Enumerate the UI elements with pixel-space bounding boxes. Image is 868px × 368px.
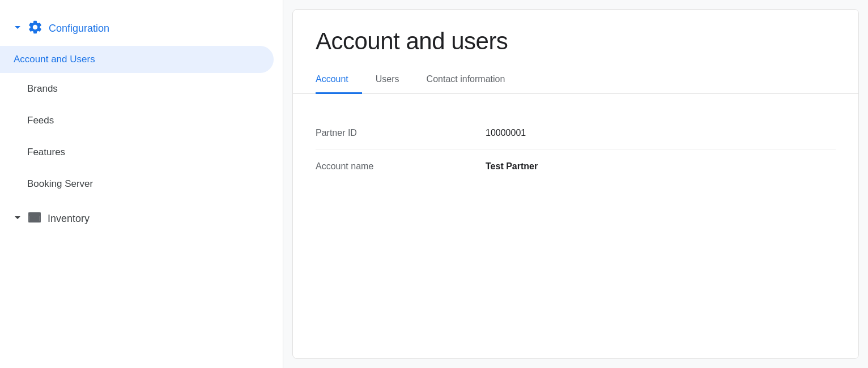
account-name-value: Test Partner <box>486 161 538 172</box>
partner-id-value: 10000001 <box>486 128 526 138</box>
account-name-label: Account name <box>316 161 486 172</box>
store-icon <box>27 210 42 228</box>
gear-icon <box>27 19 43 38</box>
account-content: Partner ID 10000001 Account name Test Pa… <box>293 94 858 206</box>
sidebar-item-label: Feeds <box>27 115 54 126</box>
configuration-label: Configuration <box>49 23 109 35</box>
chevron-down-icon <box>14 213 22 225</box>
tab-account[interactable]: Account <box>316 66 362 94</box>
inventory-label: Inventory <box>48 213 90 225</box>
partner-id-row: Partner ID 10000001 <box>316 117 836 150</box>
sidebar-item-label: Brands <box>27 83 58 94</box>
sidebar-item-label: Booking Server <box>27 178 93 189</box>
sidebar-configuration-header[interactable]: Configuration <box>0 11 283 46</box>
sidebar-item-booking-server[interactable]: Booking Server <box>0 168 283 200</box>
sidebar: Configuration Account and Users Brands F… <box>0 0 283 368</box>
tab-users[interactable]: Users <box>362 66 413 94</box>
sidebar-item-account-and-users[interactable]: Account and Users <box>0 46 274 73</box>
account-name-row: Account name Test Partner <box>316 150 836 183</box>
sidebar-item-brands[interactable]: Brands <box>0 73 283 105</box>
tabs-bar: Account Users Contact information <box>293 66 858 94</box>
sidebar-item-features[interactable]: Features <box>0 136 283 168</box>
sidebar-item-label: Features <box>27 147 65 157</box>
page-title: Account and users <box>293 10 858 66</box>
chevron-down-icon <box>14 24 22 33</box>
tab-contact-information[interactable]: Contact information <box>413 66 519 94</box>
sidebar-item-feeds[interactable]: Feeds <box>0 105 283 136</box>
main-panel: Account and users Account Users Contact … <box>292 9 859 359</box>
sidebar-inventory-header[interactable]: Inventory <box>0 200 283 238</box>
sidebar-item-label: Account and Users <box>14 54 95 65</box>
partner-id-label: Partner ID <box>316 128 486 138</box>
